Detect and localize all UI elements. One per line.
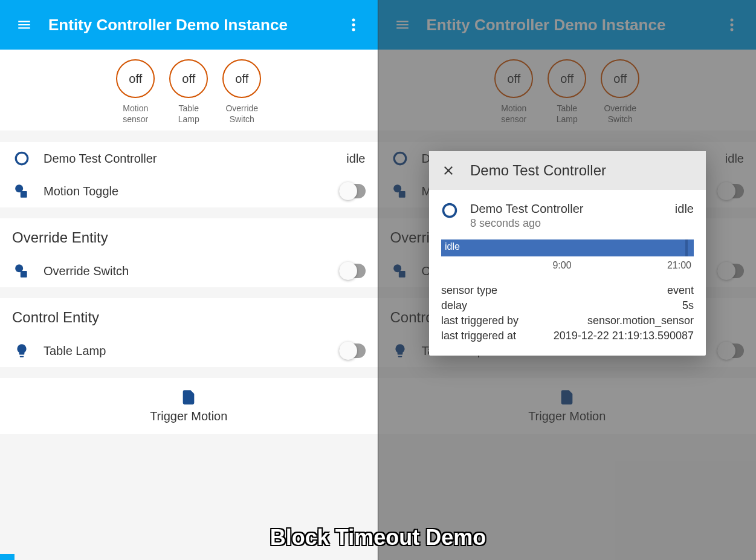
dialog-entity-state: idle xyxy=(675,202,694,216)
attribute-row: delay 5s xyxy=(441,298,694,313)
dialog-title: Demo Test Controller xyxy=(470,162,606,179)
attr-value: 5s xyxy=(682,299,694,312)
script-label: Trigger Motion xyxy=(150,409,227,423)
glance-card: off Motionsensor off TableLamp off Overr… xyxy=(0,50,378,131)
card-title: Override Entity xyxy=(0,218,378,255)
script-card: Trigger Motion xyxy=(0,378,378,434)
history-state-label: idle xyxy=(445,241,460,252)
motion-toggle-switch[interactable] xyxy=(339,184,366,198)
attr-key: last triggered by xyxy=(441,314,519,327)
entity-row-motion-toggle: Motion Toggle xyxy=(0,175,378,207)
history-tick xyxy=(685,239,688,256)
more-info-dialog: Demo Test Controller Demo Test Controlle… xyxy=(429,151,706,356)
svg-point-1 xyxy=(352,24,355,27)
attribute-row: last triggered at 2019-12-22 21:19:13.59… xyxy=(441,328,694,343)
circle-outline-icon xyxy=(14,151,30,166)
svg-point-0 xyxy=(352,19,355,22)
attr-key: last triggered at xyxy=(441,330,516,342)
script-icon xyxy=(180,389,197,406)
attr-key: sensor type xyxy=(441,284,497,297)
entity-name: Demo Test Controller xyxy=(44,152,334,166)
dialog-body: Demo Test Controller 8 seconds ago idle … xyxy=(429,190,706,356)
glance-label: OverrideSwitch xyxy=(225,103,258,125)
dots-vertical-icon xyxy=(352,18,355,32)
progress-indicator xyxy=(0,554,15,560)
attr-value: event xyxy=(667,284,694,297)
app-title: Entity Controller Demo Instance xyxy=(48,16,339,34)
entity-row-override-switch: Override Switch xyxy=(0,255,378,287)
history-time-axis: 9:00 21:00 xyxy=(441,260,694,271)
control-card: Control Entity Table Lamp xyxy=(0,298,378,367)
attr-value: sensor.motion_sensor xyxy=(587,314,694,327)
history-time-a: 9:00 xyxy=(552,260,571,271)
input-boolean-icon xyxy=(14,263,30,279)
app-header: Entity Controller Demo Instance xyxy=(0,0,378,50)
entity-row-controller[interactable]: Demo Test Controller idle xyxy=(0,142,378,175)
input-boolean-icon xyxy=(14,183,30,199)
attr-key: delay xyxy=(441,299,467,312)
glance-state: off xyxy=(169,59,208,98)
entity-state: idle xyxy=(346,152,365,166)
script-trigger-motion[interactable]: Trigger Motion xyxy=(0,389,378,423)
glance-label: TableLamp xyxy=(178,103,199,125)
close-icon xyxy=(441,163,456,178)
attr-value: 2019-12-22 21:19:13.590087 xyxy=(554,330,694,342)
glance-state: off xyxy=(116,59,155,98)
hamburger-icon xyxy=(16,17,32,33)
lightbulb-icon xyxy=(14,343,30,359)
entity-name: Table Lamp xyxy=(44,344,327,358)
attribute-row: sensor type event xyxy=(441,283,694,298)
demo-caption: Block Timeout Demo xyxy=(0,525,756,550)
entity-row-table-lamp: Table Lamp xyxy=(0,334,378,367)
svg-point-16 xyxy=(444,204,456,217)
dialog-entity-info: Demo Test Controller 8 seconds ago idle xyxy=(441,202,694,230)
override-toggle-switch[interactable] xyxy=(339,264,366,278)
dialog-header: Demo Test Controller xyxy=(429,151,706,190)
glance-override-switch[interactable]: off OverrideSwitch xyxy=(222,59,261,125)
svg-point-3 xyxy=(16,153,28,165)
lamp-toggle-switch[interactable] xyxy=(339,343,366,358)
glance-table-lamp[interactable]: off TableLamp xyxy=(169,59,208,125)
dialog-last-changed: 8 seconds ago xyxy=(470,217,663,230)
card-title: Control Entity xyxy=(0,298,378,334)
pane-left: Entity Controller Demo Instance off Moti… xyxy=(0,0,378,560)
history-time-b: 21:00 xyxy=(667,260,691,271)
glance-label: Motionsensor xyxy=(123,103,148,125)
svg-rect-5 xyxy=(21,191,27,198)
close-button[interactable] xyxy=(441,163,456,178)
more-button[interactable] xyxy=(339,10,368,39)
entities-card: Demo Test Controller idle Motion Toggle xyxy=(0,142,378,207)
glance-state: off xyxy=(222,59,261,98)
entity-name: Motion Toggle xyxy=(44,184,327,198)
svg-rect-7 xyxy=(21,271,27,278)
dialog-entity-name: Demo Test Controller xyxy=(470,202,663,216)
attribute-row: last triggered by sensor.motion_sensor xyxy=(441,313,694,328)
circle-outline-icon xyxy=(441,202,458,219)
menu-button[interactable] xyxy=(10,10,39,39)
svg-point-2 xyxy=(352,28,355,31)
glance-motion-sensor[interactable]: off Motionsensor xyxy=(116,59,155,125)
override-card: Override Entity Override Switch xyxy=(0,218,378,287)
entity-name: Override Switch xyxy=(44,264,327,278)
history-bar[interactable]: idle xyxy=(441,239,694,256)
